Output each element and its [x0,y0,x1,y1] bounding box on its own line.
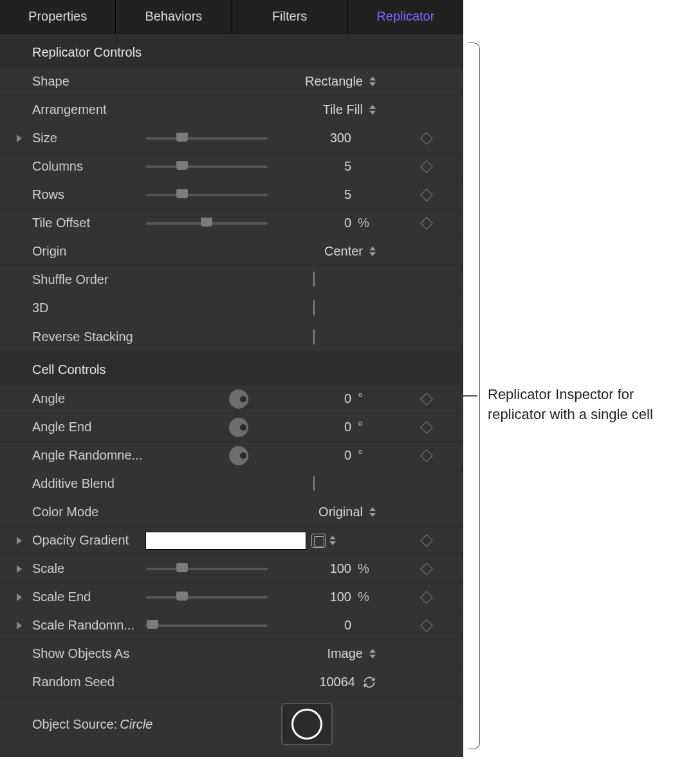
callout-area: Replicator Inspector for replicator with… [463,0,673,757]
label-random-seed: Random Seed [32,675,145,689]
checkbox-3d[interactable] [313,300,315,315]
replicator-controls-group: Shape Rectangle Arrangement Tile Fill Si… [0,68,463,351]
section-replicator-controls: Replicator Controls [0,33,463,68]
value-shape[interactable]: Rectangle [145,74,365,89]
label-rows: Rows [32,187,145,202]
value-show-objects-as[interactable]: Image [145,646,365,661]
value-scale-end[interactable]: 100 [277,590,354,604]
label-shuffle-order: Shuffle Order [32,272,145,287]
param-origin: Origin Center [0,238,463,266]
gradient-swatch[interactable] [145,532,306,550]
label-3d: 3D [32,301,145,315]
refresh-icon[interactable] [363,676,376,689]
param-scale-randomness: Scale Randomn... 0 [0,611,463,640]
value-random-seed[interactable]: 10064 [145,675,358,689]
unit-scale-end: % [354,590,376,604]
object-source-name: Circle [120,717,152,732]
keyframe-scale-randomness[interactable] [420,619,433,632]
value-angle-end[interactable]: 0 [277,420,354,434]
section-cell-controls: Cell Controls [0,351,463,385]
disclosure-scale[interactable] [17,565,22,573]
slider-scale-randomness[interactable] [145,624,268,627]
slider-scale-end[interactable] [145,596,268,599]
keyframe-size[interactable] [420,132,433,145]
param-show-objects-as: Show Objects As Image [0,640,463,668]
keyframe-opacity-gradient[interactable] [420,534,433,547]
param-rows: Rows 5 [0,181,463,209]
value-scale[interactable]: 100 [277,561,354,576]
keyframe-tile-offset[interactable] [420,217,433,230]
disclosure-scale-end[interactable] [17,593,22,601]
label-arrangement: Arrangement [32,102,145,117]
slider-columns[interactable] [145,165,268,168]
param-scale: Scale 100 % [0,555,463,583]
checkbox-reverse-stacking[interactable] [313,329,315,344]
stepper-opacity-gradient[interactable] [329,536,336,545]
value-angle-randomness[interactable]: 0 [277,448,354,463]
value-tile-offset[interactable]: 0 [277,216,354,230]
value-rows[interactable]: 5 [277,187,354,202]
value-origin[interactable]: Center [145,244,365,259]
value-columns[interactable]: 5 [277,159,354,174]
tab-filters[interactable]: Filters [232,0,348,33]
value-angle[interactable]: 0 [277,391,354,406]
object-source-well[interactable] [281,703,333,745]
label-reverse-stacking: Reverse Stacking [32,330,145,344]
slider-tile-offset[interactable] [145,222,268,225]
label-color-mode: Color Mode [32,505,145,519]
keyframe-angle[interactable] [420,393,433,406]
keyframe-columns[interactable] [420,160,433,173]
value-size[interactable]: 300 [277,131,354,145]
value-arrangement[interactable]: Tile Fill [145,102,365,117]
callout-tick [463,395,477,397]
disclosure-size[interactable] [17,135,22,142]
label-scale: Scale [32,561,145,576]
label-tile-offset: Tile Offset [32,216,145,230]
slider-rows[interactable] [145,194,268,196]
param-additive-blend: Additive Blend [0,470,463,498]
keyframe-scale[interactable] [420,563,433,575]
circle-icon [291,709,322,740]
value-color-mode[interactable]: Original [145,505,365,519]
callout-text: Replicator Inspector for replicator with… [488,385,661,425]
param-arrangement: Arrangement Tile Fill [0,96,463,124]
inspector-panel: Properties Behaviors Filters Replicator … [0,0,463,757]
stepper-arrangement[interactable] [369,105,376,115]
keyframe-scale-end[interactable] [420,591,433,604]
stepper-show-objects-as[interactable] [369,649,376,658]
stepper-shape[interactable] [369,77,376,86]
dial-angle-end[interactable] [229,418,248,437]
slider-scale[interactable] [145,568,268,570]
label-origin: Origin [32,244,145,259]
keyframe-angle-end[interactable] [420,421,433,434]
param-angle-randomness: Angle Randomne... 0 ° [0,442,463,470]
unit-angle-end: ° [354,420,376,434]
stepper-origin[interactable] [369,247,376,256]
unit-angle: ° [354,391,376,406]
dial-angle-randomness[interactable] [229,446,248,465]
value-scale-randomness[interactable]: 0 [277,618,354,633]
param-tile-offset: Tile Offset 0 % [0,209,463,238]
checkbox-additive-blend[interactable] [313,476,315,491]
checkbox-shuffle-order[interactable] [313,272,315,287]
param-random-seed: Random Seed 10064 [0,668,463,696]
param-shuffle-order: Shuffle Order [0,266,463,294]
disclosure-scale-randomness[interactable] [17,622,22,630]
tab-behaviors[interactable]: Behaviors [116,0,232,33]
slider-size[interactable] [145,137,268,140]
dial-angle[interactable] [229,389,248,409]
param-size: Size 300 [0,124,463,153]
disclosure-opacity-gradient[interactable] [17,537,22,545]
cell-controls-group: Angle 0 ° Angle End 0 ° Angle Randomne..… [0,385,463,757]
label-opacity-gradient: Opacity Gradient [32,533,145,548]
tab-replicator[interactable]: Replicator [348,0,463,33]
unit-angle-randomness: ° [354,448,376,463]
unit-tile-offset: % [354,216,376,230]
tab-properties[interactable]: Properties [0,0,116,33]
keyframe-rows[interactable] [420,189,433,201]
stepper-color-mode[interactable] [369,507,376,517]
label-object-source: Object Source: [32,717,117,732]
keyframe-angle-randomness[interactable] [420,449,433,462]
label-angle-randomness: Angle Randomne... [32,448,145,463]
preset-button[interactable] [311,534,326,548]
